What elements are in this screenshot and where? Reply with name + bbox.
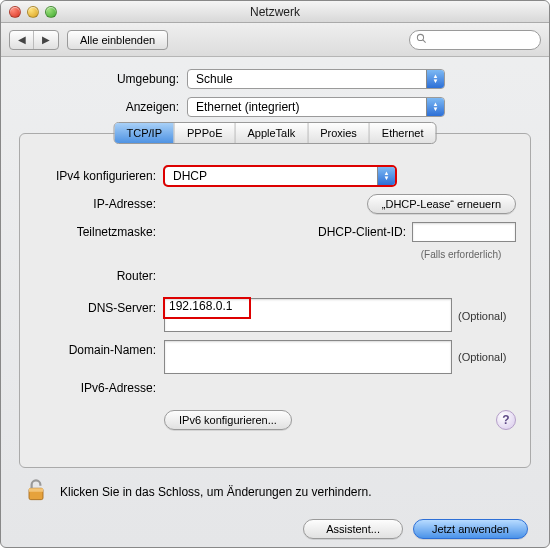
lock-row: Klicken Sie in das Schloss, um Änderunge… xyxy=(19,468,531,515)
titlebar: Netzwerk xyxy=(1,1,549,23)
help-button[interactable]: ? xyxy=(496,410,516,430)
dhcp-client-input[interactable] xyxy=(412,222,516,242)
configure-value: DHCP xyxy=(173,169,207,183)
tab-proxies[interactable]: Proxies xyxy=(308,123,370,143)
tcpip-panel: TCP/IP PPPoE AppleTalk Proxies Ethernet … xyxy=(19,133,531,468)
renew-lease-button[interactable]: „DHCP-Lease“ erneuern xyxy=(367,194,516,214)
nav-forward-button[interactable]: ▶ xyxy=(34,31,58,49)
dns-input[interactable] xyxy=(164,298,452,332)
configure-select[interactable]: DHCP ▲▼ xyxy=(164,166,396,186)
lock-icon[interactable] xyxy=(22,476,50,507)
ipv6-addr-label: IPv6-Adresse: xyxy=(34,381,164,395)
dns-label: DNS-Server: xyxy=(34,298,164,315)
network-prefs-window: Netzwerk ◀ ▶ Alle einblenden Umgebung: S… xyxy=(0,0,550,548)
subnet-label: Teilnetzmaske: xyxy=(34,225,164,239)
configure-label: IPv4 konfigurieren: xyxy=(34,169,164,183)
ipv6-addr-row: IPv6-Adresse: xyxy=(34,374,516,402)
tab-bar: TCP/IP PPPoE AppleTalk Proxies Ethernet xyxy=(114,122,437,144)
dhcp-client-label: DHCP-Client-ID: xyxy=(318,225,412,239)
location-select[interactable]: Schule ▲▼ xyxy=(187,69,445,89)
nav-back-button[interactable]: ◀ xyxy=(10,31,34,49)
domain-row: Domain-Namen: (Optional) xyxy=(34,340,516,374)
nav-segment: ◀ ▶ xyxy=(9,30,59,50)
content-area: Umgebung: Schule ▲▼ Anzeigen: Ethernet (… xyxy=(1,57,549,547)
ipv6-configure-button[interactable]: IPv6 konfigurieren... xyxy=(164,410,292,430)
dropdown-arrows-icon: ▲▼ xyxy=(426,98,444,116)
dropdown-arrows-icon: ▲▼ xyxy=(426,70,444,88)
dns-optional: (Optional) xyxy=(452,310,506,322)
window-controls xyxy=(1,6,57,18)
domain-input[interactable] xyxy=(164,340,452,374)
ip-label: IP-Adresse: xyxy=(34,197,164,211)
router-row: Router: xyxy=(34,262,516,290)
zoom-icon[interactable] xyxy=(45,6,57,18)
show-label: Anzeigen: xyxy=(19,100,187,114)
window-title: Netzwerk xyxy=(1,5,549,19)
svg-point-0 xyxy=(417,34,423,40)
tab-tcpip[interactable]: TCP/IP xyxy=(115,123,175,143)
location-value: Schule xyxy=(196,72,233,86)
search-input[interactable] xyxy=(431,33,534,47)
tab-appletalk[interactable]: AppleTalk xyxy=(235,123,308,143)
ipv6-btn-row: IPv6 konfigurieren... ? xyxy=(34,406,516,434)
dhcp-client-hint: (Falls erforderlich) xyxy=(406,249,516,260)
dropdown-arrows-icon: ▲▼ xyxy=(377,167,395,185)
router-label: Router: xyxy=(34,269,164,283)
search-icon xyxy=(416,33,427,46)
domain-label: Domain-Namen: xyxy=(34,340,164,357)
lock-text: Klicken Sie in das Schloss, um Änderunge… xyxy=(60,485,372,499)
search-field[interactable] xyxy=(409,30,541,50)
tab-pppoe[interactable]: PPPoE xyxy=(175,123,235,143)
show-select[interactable]: Ethernet (integriert) ▲▼ xyxy=(187,97,445,117)
dns-row: DNS-Server: (Optional) xyxy=(34,298,516,334)
svg-line-1 xyxy=(423,40,426,43)
assist-button[interactable]: Assistent... xyxy=(303,519,403,539)
footer: Assistent... Jetzt anwenden xyxy=(19,515,531,539)
show-row: Anzeigen: Ethernet (integriert) ▲▼ xyxy=(19,97,531,117)
apply-button[interactable]: Jetzt anwenden xyxy=(413,519,528,539)
domain-optional: (Optional) xyxy=(452,351,506,363)
subnet-row: Teilnetzmaske: DHCP-Client-ID: xyxy=(34,218,516,246)
configure-row: IPv4 konfigurieren: DHCP ▲▼ xyxy=(34,162,516,190)
dhcp-hint-row: (Falls erforderlich) xyxy=(34,246,516,262)
close-icon[interactable] xyxy=(9,6,21,18)
location-row: Umgebung: Schule ▲▼ xyxy=(19,69,531,89)
location-label: Umgebung: xyxy=(19,72,187,86)
toolbar: ◀ ▶ Alle einblenden xyxy=(1,23,549,57)
show-value: Ethernet (integriert) xyxy=(196,100,299,114)
minimize-icon[interactable] xyxy=(27,6,39,18)
ip-row: IP-Adresse: „DHCP-Lease“ erneuern xyxy=(34,190,516,218)
svg-rect-3 xyxy=(29,488,43,492)
tab-ethernet[interactable]: Ethernet xyxy=(370,123,436,143)
show-all-button[interactable]: Alle einblenden xyxy=(67,30,168,50)
